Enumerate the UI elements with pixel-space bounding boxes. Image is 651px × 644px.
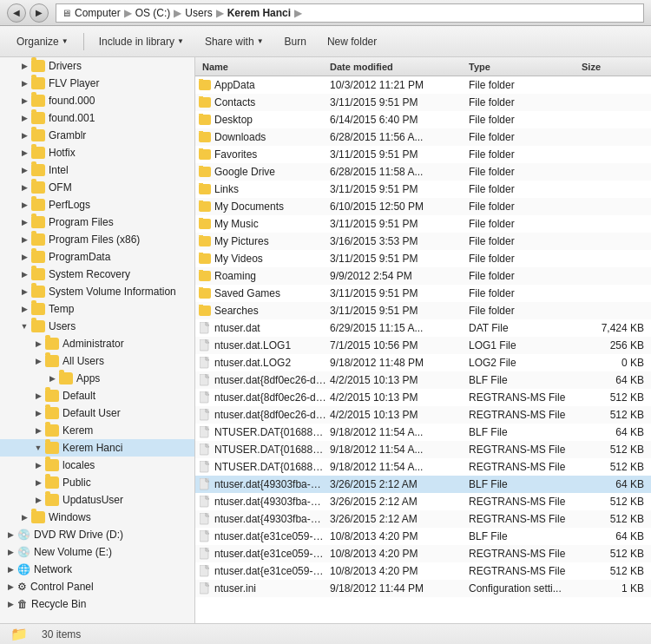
table-row[interactable]: ntuser.dat6/29/2015 11:15 A...DAT File7,… xyxy=(195,319,651,337)
sidebar-item-locales[interactable]: ▶locales xyxy=(0,457,194,474)
table-row[interactable]: ntuser.dat{8df0ec26-d5b9-11e4-9849-84...… xyxy=(195,406,651,424)
table-row[interactable]: ntuser.dat{e31ce059-306f-11e3-aef2-96b..… xyxy=(195,545,651,562)
tree-toggle[interactable]: ▶ xyxy=(3,528,17,542)
tree-toggle[interactable]: ▶ xyxy=(31,406,45,420)
sidebar-item-all-users[interactable]: ▶All Users xyxy=(0,352,194,370)
sidebar-item-dvd-rw-drive-(d:)[interactable]: ▶💿DVD RW Drive (D:) xyxy=(0,526,194,543)
table-row[interactable]: ntuser.dat{49303fba-d384-11e4-bfed-84...… xyxy=(195,510,651,528)
tree-toggle[interactable]: ▶ xyxy=(31,424,45,437)
tree-toggle[interactable]: ▶ xyxy=(31,354,45,368)
tree-toggle[interactable]: ▶ xyxy=(3,562,17,576)
tree-toggle[interactable]: ▶ xyxy=(17,267,31,281)
tree-toggle[interactable]: ▶ xyxy=(31,337,45,351)
sidebar-item-apps[interactable]: ▶Apps xyxy=(0,370,194,387)
tree-toggle[interactable]: ▶ xyxy=(17,128,31,142)
tree-toggle[interactable]: ▶ xyxy=(17,94,31,108)
tree-toggle[interactable]: ▶ xyxy=(17,250,31,264)
tree-toggle[interactable]: ▶ xyxy=(45,371,59,385)
sidebar-item-program-files-(x86)[interactable]: ▶Program Files (x86) xyxy=(0,231,194,248)
sidebar-item-temp[interactable]: ▶Temp xyxy=(0,300,194,318)
tree-toggle[interactable]: ▶ xyxy=(31,458,45,472)
table-row[interactable]: Downloads6/28/2015 11:56 A...File folder xyxy=(195,128,651,146)
table-row[interactable]: My Documents6/10/2015 12:50 PMFile folde… xyxy=(195,198,651,215)
tree-toggle[interactable]: ▶ xyxy=(17,181,31,194)
tree-toggle[interactable]: ▼ xyxy=(17,319,31,333)
sidebar-item-kerem[interactable]: ▶Kerem xyxy=(0,422,194,439)
table-row[interactable]: Links3/11/2015 9:51 PMFile folder xyxy=(195,181,651,198)
sidebar-item-public[interactable]: ▶Public xyxy=(0,474,194,491)
burn-button[interactable]: Burn xyxy=(275,31,316,52)
table-row[interactable]: ntuser.dat{8df0ec26-d5b9-11e4-9849-84...… xyxy=(195,389,651,406)
organize-button[interactable]: Organize ▼ xyxy=(7,31,78,52)
col-date[interactable]: Date modified xyxy=(326,62,465,72)
col-type[interactable]: Type xyxy=(465,62,578,72)
sidebar-item-flv-player[interactable]: ▶FLV Player xyxy=(0,75,194,92)
sidebar-item-recycle-bin[interactable]: ▶🗑Recycle Bin xyxy=(0,595,194,613)
forward-button[interactable]: ▶ xyxy=(30,3,49,23)
tree-toggle[interactable]: ▶ xyxy=(17,302,31,316)
sidebar-item-system-volume-information[interactable]: ▶System Volume Information xyxy=(0,283,194,300)
tree-toggle[interactable]: ▶ xyxy=(31,476,45,490)
tree-toggle[interactable]: ▶ xyxy=(17,59,31,73)
tree-toggle[interactable]: ▶ xyxy=(17,111,31,125)
table-row[interactable]: AppData10/3/2012 11:21 PMFile folder xyxy=(195,76,651,94)
table-row[interactable]: Desktop6/14/2015 6:40 PMFile folder xyxy=(195,111,651,128)
table-row[interactable]: ntuser.dat{49303fba-d384-11e4-bfed-84...… xyxy=(195,476,651,493)
sidebar-item-program-files[interactable]: ▶Program Files xyxy=(0,214,194,231)
file-list[interactable]: AppData10/3/2012 11:21 PMFile folderCont… xyxy=(195,76,651,623)
tree-toggle[interactable]: ▶ xyxy=(17,233,31,246)
sidebar[interactable]: ▶Drivers▶FLV Player▶found.000▶found.001▶… xyxy=(0,57,195,623)
sidebar-item-users[interactable]: ▼Users xyxy=(0,318,194,335)
sidebar-item-default[interactable]: ▶Default xyxy=(0,387,194,404)
table-row[interactable]: NTUSER.DAT{016888bd-6c6f-11de-8d1d...9/1… xyxy=(195,424,651,441)
tree-toggle[interactable]: ▶ xyxy=(3,597,17,611)
sidebar-item-ofm[interactable]: ▶OFM xyxy=(0,179,194,196)
new-folder-button[interactable]: New folder xyxy=(318,31,386,52)
table-row[interactable]: ntuser.ini9/18/2012 11:44 PMConfiguratio… xyxy=(195,580,651,597)
tree-toggle[interactable]: ▶ xyxy=(17,76,31,90)
include-in-library-button[interactable]: Include in library ▼ xyxy=(89,31,194,52)
sidebar-item-programdata[interactable]: ▶ProgramData xyxy=(0,248,194,266)
table-row[interactable]: ntuser.dat.LOG29/18/2012 11:48 PMLOG2 Fi… xyxy=(195,354,651,371)
sidebar-item-updatususer[interactable]: ▶UpdatusUser xyxy=(0,491,194,509)
table-row[interactable]: Roaming9/9/2012 2:54 PMFile folder xyxy=(195,267,651,285)
tree-toggle[interactable]: ▶ xyxy=(17,146,31,160)
sidebar-item-default-user[interactable]: ▶Default User xyxy=(0,404,194,422)
table-row[interactable]: Google Drive6/28/2015 11:58 A...File fol… xyxy=(195,163,651,181)
back-button[interactable]: ◀ xyxy=(7,3,26,23)
sidebar-item-gramblr[interactable]: ▶Gramblr xyxy=(0,127,194,144)
sidebar-item-found.001[interactable]: ▶found.001 xyxy=(0,109,194,127)
table-row[interactable]: ntuser.dat{e31ce059-306f-11e3-aef2-96b..… xyxy=(195,528,651,545)
sidebar-item-perflogs[interactable]: ▶PerfLogs xyxy=(0,196,194,214)
table-row[interactable]: NTUSER.DAT{016888bd-6c6f-11de-8d1d...9/1… xyxy=(195,441,651,458)
table-row[interactable]: My Videos3/11/2015 9:51 PMFile folder xyxy=(195,250,651,267)
tree-toggle[interactable]: ▶ xyxy=(17,285,31,299)
tree-toggle[interactable]: ▶ xyxy=(3,580,17,594)
sidebar-item-network[interactable]: ▶🌐Network xyxy=(0,561,194,578)
tree-toggle[interactable]: ▶ xyxy=(31,389,45,403)
tree-toggle[interactable]: ▶ xyxy=(17,510,31,524)
table-row[interactable]: Saved Games3/11/2015 9:51 PMFile folder xyxy=(195,285,651,302)
sidebar-item-hotfix[interactable]: ▶Hotfix xyxy=(0,144,194,161)
table-row[interactable]: ntuser.dat{8df0ec26-d5b9-11e4-9849-84...… xyxy=(195,371,651,389)
table-row[interactable]: Contacts3/11/2015 9:51 PMFile folder xyxy=(195,94,651,111)
sidebar-item-drivers[interactable]: ▶Drivers xyxy=(0,57,194,75)
tree-toggle[interactable]: ▶ xyxy=(31,493,45,507)
sidebar-item-windows[interactable]: ▶Windows xyxy=(0,509,194,526)
sidebar-item-control-panel[interactable]: ▶⚙Control Panel xyxy=(0,578,194,595)
table-row[interactable]: Favorites3/11/2015 9:51 PMFile folder xyxy=(195,146,651,163)
sidebar-item-administrator[interactable]: ▶Administrator xyxy=(0,335,194,352)
address-bar[interactable]: 🖥 Computer ▶ OS (C:) ▶ Users ▶ Kerem Han… xyxy=(56,3,644,23)
table-row[interactable]: NTUSER.DAT{016888bd-6c6f-11de-8d1d...9/1… xyxy=(195,458,651,476)
table-row[interactable]: ntuser.dat.LOG17/1/2015 10:56 PMLOG1 Fil… xyxy=(195,337,651,354)
tree-toggle[interactable]: ▶ xyxy=(17,163,31,177)
table-row[interactable]: My Pictures3/16/2015 3:53 PMFile folder xyxy=(195,233,651,250)
sidebar-item-found.000[interactable]: ▶found.000 xyxy=(0,92,194,109)
tree-toggle[interactable]: ▼ xyxy=(31,441,45,455)
sidebar-item-kerem-hanci[interactable]: ▼Kerem Hanci xyxy=(0,439,194,457)
tree-toggle[interactable]: ▶ xyxy=(17,198,31,212)
sidebar-item-system-recovery[interactable]: ▶System Recovery xyxy=(0,266,194,283)
tree-toggle[interactable]: ▶ xyxy=(3,545,17,559)
col-size[interactable]: Size xyxy=(578,62,648,72)
table-row[interactable]: ntuser.dat{49303fba-d384-11e4-bfed-84...… xyxy=(195,493,651,510)
